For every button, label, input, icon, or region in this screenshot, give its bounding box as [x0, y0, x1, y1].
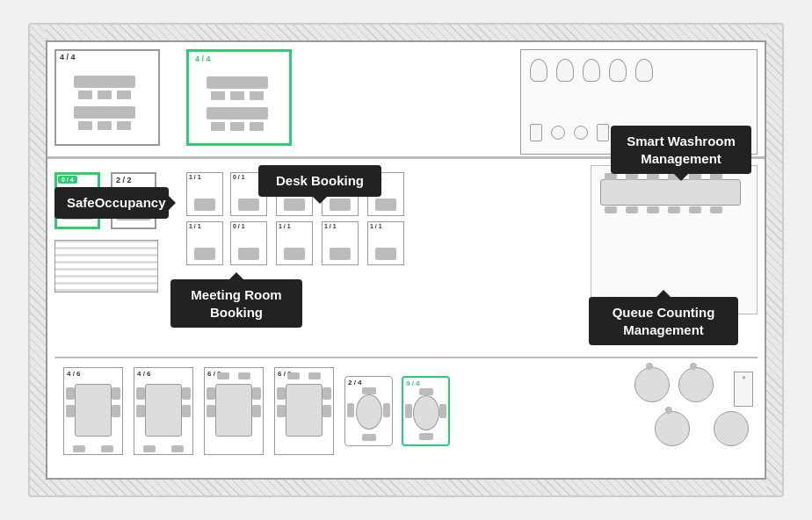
conf2-label: 4 / 4: [192, 54, 214, 64]
gender-icon-2: [597, 124, 609, 141]
chair-cl6: [207, 405, 215, 417]
toilet-5: [635, 59, 653, 82]
chair-gt: [419, 388, 433, 395]
chair-ct2: [238, 372, 250, 379]
chair-ct1: [217, 372, 229, 379]
chair-cb4: [171, 445, 184, 452]
callout-desk-booking-text: Desk Booking: [276, 173, 364, 188]
toilet-4: [609, 59, 627, 82]
chair-t5: [689, 173, 701, 180]
chair-cr2: [112, 405, 120, 417]
chair-ct3: [287, 372, 300, 379]
chair-cr5: [252, 387, 261, 400]
cafe-table-1: 4 / 6: [63, 367, 123, 455]
callout-meeting-room: Meeting Room Booking: [170, 279, 302, 328]
sink-1: [551, 126, 565, 140]
chair-ct4: [308, 372, 321, 379]
desk-pod-1a: 1 / 1: [186, 172, 223, 216]
round-table-1: [634, 367, 670, 402]
chair-rl: [347, 403, 354, 417]
chair-t3: [647, 173, 659, 180]
desk-label-1b: 1 / 1: [189, 223, 201, 229]
callout-queue-counting: Queue Counting Management: [589, 297, 738, 345]
small-room-1-badge: 0 / 4: [58, 176, 77, 184]
conf1-label: 4 / 4: [60, 53, 76, 61]
chair-rt: [362, 387, 376, 394]
desk-pod-2b: 0 / 1: [230, 221, 267, 265]
cafe-table-2: 4 / 6: [134, 367, 193, 455]
desk-icon-2: [207, 76, 268, 131]
wall-bottom: [30, 480, 782, 495]
toilet-2: [556, 59, 574, 82]
chair-cl3: [136, 387, 145, 400]
desk-pod-5b: 1 / 1: [367, 221, 404, 265]
chair-t2: [626, 173, 638, 180]
chair-cr1: [112, 387, 120, 400]
chair-gb: [419, 433, 433, 440]
chair-cr6: [252, 405, 261, 417]
desk-label-5b: 1 / 1: [370, 223, 382, 229]
desk-surface-1b: [194, 248, 215, 260]
round-table-2: [678, 367, 714, 402]
cafe-label-2: 4 / 6: [137, 370, 151, 378]
desk-pod-1b: 1 / 1: [186, 221, 223, 265]
chair-cr7: [323, 387, 331, 400]
cafe-table-surface-2: [145, 384, 182, 437]
floor-main: 4 / 4 4 / 4: [46, 40, 766, 480]
chair-t1: [605, 173, 617, 180]
callout-smart-washroom: Smart Washroom Management: [611, 126, 751, 174]
cafe-table-surface-1: [75, 384, 112, 437]
toilet-1: [530, 59, 547, 82]
callout-queue-counting-text: Queue Counting Management: [613, 305, 715, 337]
chair-t6: [710, 173, 722, 180]
chair-b3: [647, 206, 659, 213]
desk-surface-4b: [330, 248, 351, 260]
chair-b2: [626, 206, 638, 213]
cafe-section: 4 / 6 4 / 6: [54, 357, 758, 471]
cafe-table-surface-4: [286, 384, 323, 437]
small-room-2-label: 2 / 2: [116, 176, 132, 184]
desk-surface-3a: [284, 199, 305, 211]
cafe-table-5: 2 / 4: [344, 376, 393, 446]
chair-cl4: [136, 405, 145, 417]
desk-icon-1: [74, 76, 135, 130]
desk-pod-4b: 1 / 1: [322, 221, 359, 265]
chair-b1: [605, 206, 617, 213]
sink-2: [574, 126, 588, 140]
chair-b6: [710, 206, 722, 213]
cafe-table-3: 6 / 6: [204, 367, 264, 455]
gender-icon-1: [530, 124, 542, 141]
small-room-fr: ✕: [734, 372, 753, 407]
callout-meeting-room-text: Meeting Room Booking: [191, 287, 281, 320]
cafe-label-6: 0 / 4: [406, 379, 420, 387]
callout-safe-occupancy-text: SafeOccupancy: [67, 195, 166, 210]
chair-cl8: [277, 405, 286, 417]
right-cafe-area: ✕: [630, 363, 753, 464]
chair-b4: [668, 206, 680, 213]
desk-surface-5b: [375, 248, 396, 260]
staircase: [54, 240, 158, 292]
cafe-table-surface-3: [215, 384, 252, 437]
wall-left: [30, 25, 46, 495]
conference-room-1: 4 / 4: [54, 49, 160, 146]
chair-cb1: [73, 445, 85, 452]
desk-label-2b: 0 / 1: [233, 223, 245, 229]
chair-cl7: [277, 387, 286, 400]
conference-room-2: 4 / 4: [186, 49, 292, 146]
chair-cr3: [182, 387, 191, 400]
chair-cr4: [182, 405, 191, 417]
desk-pod-3b: 1 / 1: [276, 221, 313, 265]
desk-label-2a: 0 / 1: [233, 174, 245, 180]
small-room-fr-label: ✕: [735, 372, 752, 380]
desk-surface-3b: [284, 248, 305, 260]
toilet-3: [583, 59, 600, 82]
desk-label-1a: 1 / 1: [189, 174, 201, 180]
chairs-top: [605, 173, 722, 180]
callout-desk-booking: Desk Booking: [258, 165, 381, 197]
chair-rr: [383, 403, 390, 417]
round-table-3: [655, 411, 690, 446]
chair-cb3: [143, 445, 156, 452]
cafe-table-6: 0 / 4: [402, 376, 450, 446]
toilets-top: [530, 59, 653, 82]
chairs-bottom: [605, 206, 722, 213]
